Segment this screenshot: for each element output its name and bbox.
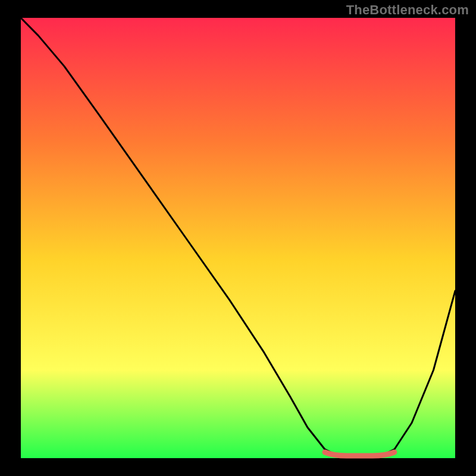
plot-background	[21, 18, 455, 458]
chart-frame: { "watermark": "TheBottleneck.com", "col…	[0, 0, 476, 476]
bottleneck-chart	[0, 0, 476, 476]
